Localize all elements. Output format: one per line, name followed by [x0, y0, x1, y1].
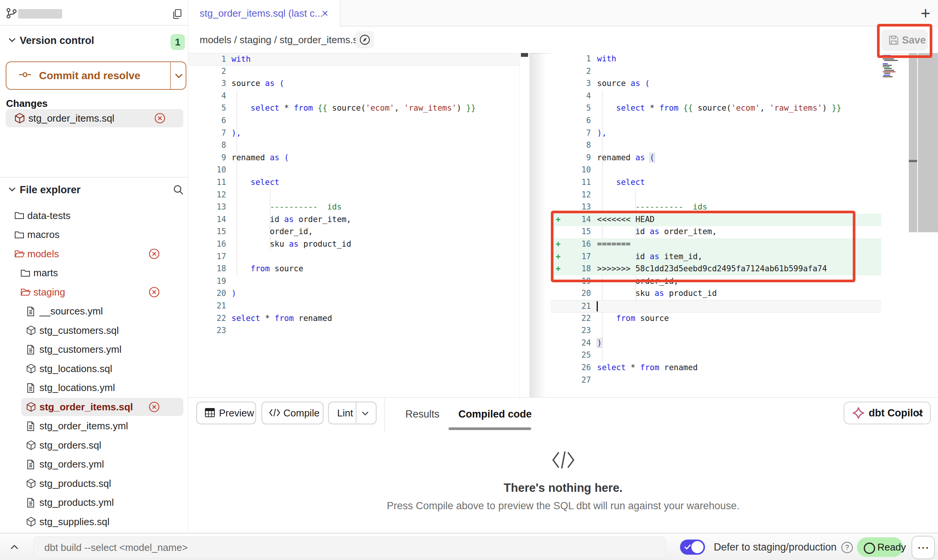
save-button[interactable]: Save — [882, 30, 928, 51]
file-explorer-item[interactable]: stg_customers.sql — [0, 321, 188, 340]
command-input[interactable]: dbt build --select <model_name> — [33, 537, 666, 558]
code-text: id as order_item, — [231, 215, 351, 224]
line-number: 6 — [188, 116, 226, 125]
code-text: order_id, — [231, 227, 313, 236]
line-number: 9 — [551, 153, 591, 162]
file-explorer-item[interactable]: stg_orders.sql — [0, 436, 188, 455]
breadcrumb: models / staging / stg_order_items.sql — [200, 27, 366, 53]
file-explorer-item[interactable]: stg_orders.yml — [0, 455, 188, 474]
file-explorer-item[interactable]: data-tests — [0, 206, 188, 225]
code-line: 2 — [551, 66, 881, 78]
file-name: staging — [33, 283, 65, 302]
file-explorer-item[interactable]: stg_order_items.yml — [0, 417, 188, 436]
editor-pane-current[interactable]: 1with23source as (45 select * from {{ so… — [551, 53, 881, 397]
editor-pane-last-commit[interactable]: 1with23source as (45 select * from {{ so… — [188, 53, 519, 397]
line-number: 20 — [188, 289, 226, 298]
model-cube-icon — [15, 113, 25, 124]
commit-icon — [19, 70, 31, 79]
chevron-down-icon[interactable] — [361, 411, 369, 416]
line-number: 11 — [551, 178, 591, 187]
status-circle-icon — [864, 543, 875, 554]
lint-button[interactable]: Lint — [328, 402, 377, 424]
preview-button[interactable]: Preview — [196, 402, 256, 424]
chevron-down-icon[interactable] — [175, 73, 183, 78]
chevron-down-icon[interactable] — [916, 411, 923, 416]
line-number: 19 — [551, 277, 591, 286]
search-icon[interactable] — [173, 184, 184, 196]
chevron-down-icon[interactable] — [8, 37, 16, 42]
line-number: 16 — [551, 239, 591, 249]
file-explorer-item[interactable]: stg_customers.yml — [0, 340, 188, 359]
commit-and-resolve-button[interactable]: Commit and resolve — [6, 61, 186, 90]
empty-state-title: There's nothing here. — [188, 481, 938, 495]
conflict-badge-icon — [154, 113, 166, 124]
code-line: 9renamed as ( — [188, 152, 519, 164]
line-number: 14 — [188, 215, 226, 224]
file-explorer-item[interactable]: __sources.yml — [0, 302, 188, 321]
file-explorer-item[interactable]: stg_products.yml — [0, 493, 188, 512]
line-number: 26 — [551, 363, 591, 372]
close-icon[interactable]: × — [322, 0, 328, 27]
ready-status-badge[interactable]: Ready — [857, 537, 903, 557]
tab-stg-order-items[interactable]: stg_order_items.sql (last c... × — [188, 0, 341, 27]
changed-file-row[interactable]: stg_order_items.sql — [6, 109, 183, 127]
window-scrollbar[interactable] — [918, 53, 938, 232]
code-text: ---------- ids — [597, 202, 707, 211]
code-line: 13 ---------- ids — [188, 201, 519, 214]
commit-button-label: Commit and resolve — [39, 62, 141, 89]
dbt-copilot-button[interactable]: dbt Copilot — [844, 402, 931, 424]
file-explorer-item[interactable]: stg_locations.yml — [0, 379, 188, 397]
editor-toolbar: Preview Compile Lint Results Compiled co… — [188, 397, 938, 432]
code-line: 17 — [188, 251, 519, 263]
branch-name-placeholder — [18, 9, 62, 19]
code-text: select * from {{ source('ecom', 'raw_ite… — [231, 103, 476, 113]
file-explorer-item[interactable]: stg_order_items.sql — [0, 397, 188, 416]
file-explorer-item[interactable]: stg_supplies.sql — [0, 512, 188, 531]
line-number: 27 — [551, 375, 591, 385]
file-name: stg_locations.yml — [39, 379, 115, 397]
code-line: 23 — [188, 325, 519, 337]
tab-compiled-code[interactable]: Compiled code — [458, 398, 532, 430]
code-line: 18 from source — [188, 263, 519, 275]
code-line: 22 from source — [551, 313, 881, 325]
tab-results[interactable]: Results — [405, 398, 439, 430]
changes-count-badge: 1 — [170, 34, 185, 50]
code-line: 21 — [188, 300, 519, 313]
new-tab-button[interactable]: + — [916, 4, 935, 23]
chevron-up-icon[interactable] — [10, 544, 19, 550]
line-number: 18 — [188, 264, 226, 273]
chevron-down-icon[interactable] — [8, 186, 16, 192]
file-explorer-item[interactable]: macros — [0, 225, 188, 244]
line-number: 12 — [551, 190, 591, 199]
lineage-compass-icon[interactable] — [356, 31, 374, 48]
code-text: source as ( — [597, 79, 650, 88]
help-icon[interactable]: ? — [841, 542, 853, 553]
file-explorer-item[interactable]: stg_locations.sql — [0, 359, 188, 378]
line-number: 7 — [188, 128, 226, 138]
code-line: +14<<<<<<< HEAD — [551, 214, 881, 226]
scrollbar-thumb[interactable] — [521, 53, 528, 57]
code-line: 10 — [188, 164, 519, 177]
defer-label: Defer to staging/production — [714, 533, 836, 560]
code-line: 10 — [551, 164, 881, 177]
file-explorer-title: File explorer — [20, 184, 81, 196]
file-explorer-item[interactable]: models — [0, 244, 188, 263]
more-options-button[interactable]: ⋯ — [911, 536, 935, 559]
copy-icon[interactable] — [172, 8, 182, 20]
file-explorer-item[interactable]: marts — [0, 264, 188, 283]
left-editor-scrollbar[interactable] — [519, 53, 530, 397]
defer-toggle[interactable] — [680, 540, 705, 555]
line-number: 21 — [551, 302, 591, 311]
compile-button[interactable]: Compile — [261, 402, 324, 424]
editor-scrollbar[interactable] — [909, 53, 917, 232]
doc-icon — [27, 460, 35, 469]
status-bar: dbt build --select <model_name> Defer to… — [0, 533, 938, 560]
file-explorer-item[interactable]: stg_products.sql — [0, 474, 188, 493]
folder-open-icon — [20, 287, 31, 296]
doc-icon — [27, 498, 35, 508]
file-explorer-item[interactable]: staging — [0, 283, 188, 302]
code-text: ======= — [597, 239, 631, 249]
code-line: 20) — [188, 288, 519, 300]
scrollbar-thumb[interactable] — [909, 160, 917, 162]
lint-label: Lint — [337, 402, 353, 424]
